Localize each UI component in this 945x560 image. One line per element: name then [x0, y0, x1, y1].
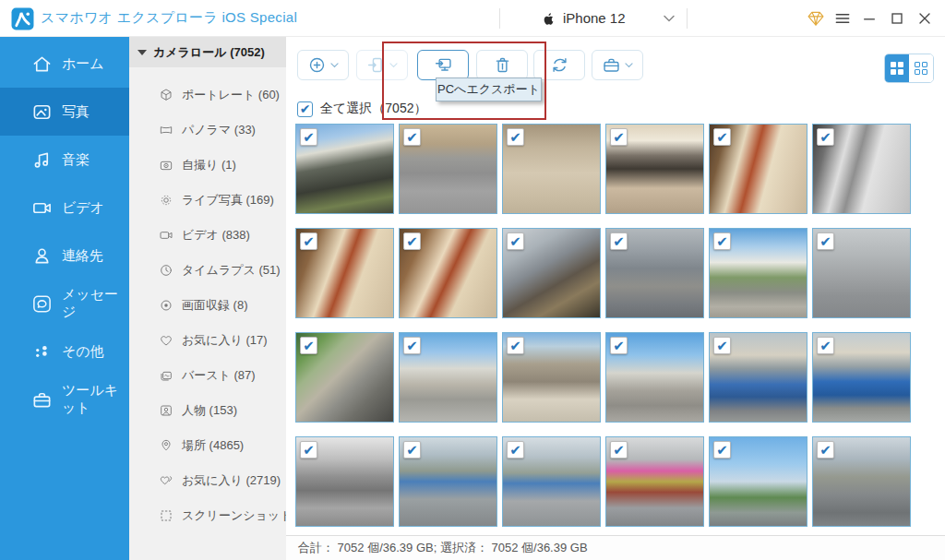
photo-checkbox[interactable]: ✔: [507, 337, 524, 354]
sidebar-item-messages[interactable]: メッセージ: [0, 280, 129, 328]
delete-button[interactable]: [476, 50, 528, 80]
caret-down-icon: [138, 50, 147, 55]
screen-record-icon: [159, 298, 173, 313]
photo-checkbox[interactable]: ✔: [300, 232, 317, 250]
category-item-screen-recordings[interactable]: 画面収録 (8): [129, 288, 286, 323]
titlebar: スマホワオ エクスプローラ iOS Special iPhone 12: [0, 0, 945, 37]
photo-thumbnail[interactable]: ✔: [709, 332, 807, 423]
category-item-label: お気に入り (2719): [182, 472, 281, 489]
statusbar-text: 合計： 7052 個/36.39 GB; 選択済： 7052 個/36.39 G…: [298, 540, 588, 556]
photo-checkbox[interactable]: ✔: [300, 441, 317, 459]
device-chevron-down-icon[interactable]: [663, 14, 676, 23]
photo-checkbox[interactable]: ✔: [403, 128, 421, 146]
category-item-bursts[interactable]: バースト (87): [129, 358, 286, 393]
export-to-pc-button[interactable]: [417, 50, 469, 80]
photo-checkbox[interactable]: ✔: [507, 128, 524, 146]
photo-checkbox[interactable]: ✔: [403, 232, 421, 250]
refresh-button[interactable]: [533, 50, 585, 80]
sidebar-item-contacts[interactable]: 連絡先: [0, 232, 129, 280]
photo-checkbox[interactable]: ✔: [300, 128, 317, 146]
photo-checkbox[interactable]: ✔: [817, 232, 834, 250]
music-icon: [31, 149, 53, 171]
photo-checkbox[interactable]: ✔: [507, 441, 524, 459]
photo-thumbnail[interactable]: ✔: [812, 228, 911, 318]
photo-thumbnail[interactable]: ✔: [399, 124, 497, 214]
grid-view-button[interactable]: [885, 54, 909, 82]
photo-checkbox[interactable]: ✔: [713, 232, 731, 250]
photo-checkbox[interactable]: ✔: [817, 337, 834, 354]
sidebar-item-video[interactable]: ビデオ: [0, 184, 129, 232]
photo-thumbnail[interactable]: ✔: [709, 124, 807, 214]
hamburger-menu-icon[interactable]: [833, 9, 852, 28]
category-item-live-photos[interactable]: ライブ写真 (169): [129, 183, 286, 218]
photo-thumbnail[interactable]: ✔: [812, 332, 911, 423]
photo-thumbnail[interactable]: ✔: [295, 124, 394, 214]
photo-checkbox[interactable]: ✔: [713, 128, 731, 146]
photo-thumbnail[interactable]: ✔: [605, 124, 704, 214]
category-header-label: カメラロール (7052): [153, 44, 265, 61]
photo-checkbox[interactable]: ✔: [610, 337, 628, 354]
photo-thumbnail[interactable]: ✔: [709, 436, 807, 527]
photo-checkbox[interactable]: ✔: [610, 232, 628, 250]
app-title: スマホワオ エクスプローラ iOS Special: [41, 9, 297, 27]
select-all-row: ✔ 全て選択（7052）: [297, 100, 426, 118]
category-item-label: バースト (87): [182, 367, 256, 384]
photo-checkbox[interactable]: ✔: [713, 441, 731, 459]
photo-thumbnail[interactable]: ✔: [605, 332, 704, 423]
photo-thumbnail[interactable]: ✔: [295, 228, 394, 318]
photo-checkbox[interactable]: ✔: [507, 232, 524, 250]
select-all-checkbox[interactable]: ✔: [297, 101, 313, 117]
toolkit-button[interactable]: [592, 50, 643, 80]
photo-thumbnail[interactable]: ✔: [605, 436, 704, 527]
maximize-icon[interactable]: [888, 9, 906, 28]
category-header-camera-roll[interactable]: カメラロール (7052): [129, 37, 286, 67]
sidebar-item-photos[interactable]: 写真: [0, 88, 129, 136]
add-button[interactable]: [297, 50, 349, 80]
photo-thumbnail[interactable]: ✔: [709, 228, 807, 318]
photo-checkbox[interactable]: ✔: [610, 128, 628, 146]
photo-thumbnail[interactable]: ✔: [295, 436, 394, 527]
sidebar-item-others[interactable]: その他: [0, 328, 129, 375]
category-item-portrait[interactable]: ポートレート (60): [129, 77, 286, 113]
photo-thumbnail[interactable]: ✔: [605, 228, 704, 318]
photo-thumbnail[interactable]: ✔: [399, 436, 497, 527]
photo-thumbnail[interactable]: ✔: [812, 124, 911, 214]
photo-checkbox[interactable]: ✔: [817, 128, 834, 146]
photo-checkbox[interactable]: ✔: [817, 441, 834, 459]
sidebar-item-toolkit[interactable]: ツールキット: [0, 375, 129, 423]
detail-view-icon: [915, 62, 927, 75]
category-item-places[interactable]: 場所 (4865): [129, 428, 286, 463]
photo-thumbnail[interactable]: ✔: [502, 124, 601, 214]
category-item-screenshots[interactable]: スクリーンショット (: [129, 498, 286, 533]
photo-thumbnail[interactable]: ✔: [502, 332, 601, 423]
detail-view-button[interactable]: [909, 54, 933, 82]
category-item-timelapse[interactable]: タイムラプス (51): [129, 253, 286, 288]
photo-checkbox[interactable]: ✔: [610, 441, 628, 459]
photo-thumbnail[interactable]: ✔: [399, 332, 497, 423]
sidebar-item-home[interactable]: ホーム: [0, 40, 129, 88]
photo-checkbox[interactable]: ✔: [713, 337, 731, 354]
photo-thumbnail[interactable]: ✔: [502, 228, 601, 318]
photo-checkbox[interactable]: ✔: [300, 337, 317, 354]
category-item-selfie[interactable]: 自撮り (1): [129, 148, 286, 183]
photo-thumbnail[interactable]: ✔: [812, 436, 911, 527]
photo-thumbnail[interactable]: ✔: [399, 228, 497, 318]
photo-thumbnail[interactable]: ✔: [295, 332, 394, 423]
category-item-panorama[interactable]: パノラマ (33): [129, 113, 286, 148]
photo-checkbox[interactable]: ✔: [403, 441, 421, 459]
premium-diamond-icon[interactable]: [807, 9, 825, 28]
photo-grid: ✔✔✔✔✔✔✔✔✔✔✔✔✔✔✔✔✔✔✔✔✔✔✔✔: [295, 124, 911, 527]
device-selector-label[interactable]: iPhone 12: [563, 10, 626, 26]
category-item-videos[interactable]: ビデオ (838): [129, 218, 286, 253]
titlebar-divider: [687, 8, 688, 29]
close-icon[interactable]: [915, 9, 934, 28]
minimize-icon[interactable]: [860, 9, 879, 28]
category-item-favorites[interactable]: お気に入り (17): [129, 323, 286, 358]
apple-icon: [541, 10, 556, 28]
category-item-favorites-2[interactable]: お気に入り (2719): [129, 463, 286, 498]
category-item-people[interactable]: 人物 (153): [129, 393, 286, 428]
photo-thumbnail[interactable]: ✔: [502, 436, 601, 527]
sidebar-item-music[interactable]: 音楽: [0, 136, 129, 184]
photo-checkbox[interactable]: ✔: [403, 337, 421, 354]
category-item-label: パノラマ (33): [182, 122, 256, 138]
